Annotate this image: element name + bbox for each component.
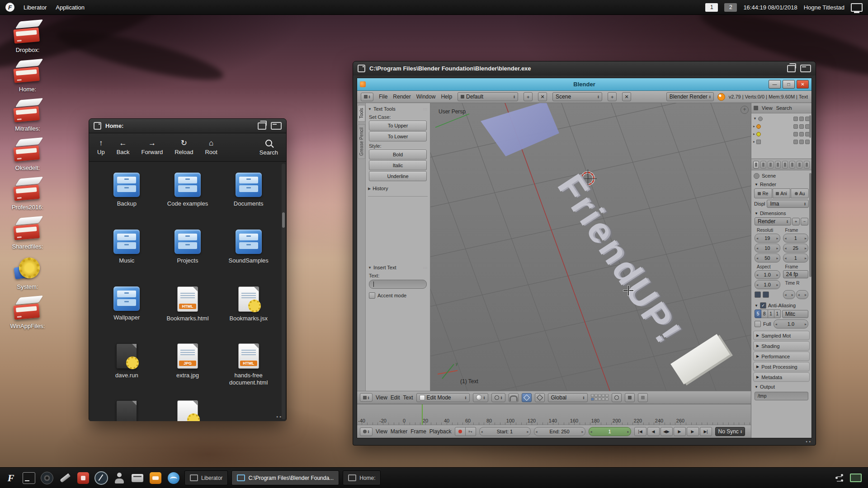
menu-marker[interactable]: Marker xyxy=(391,428,407,435)
task-blender[interactable]: C:\Program Files\Blender Founda... xyxy=(231,470,339,485)
jump-to-end-button[interactable]: ▶| xyxy=(700,427,712,436)
resolution-y-field[interactable]: 10 xyxy=(755,244,780,253)
resize-grip[interactable]: •• xyxy=(276,414,283,419)
resize-grip[interactable]: •• xyxy=(806,439,812,444)
proportional-edit-button[interactable] xyxy=(612,393,622,402)
menu-liberator[interactable]: Liberator xyxy=(24,4,47,11)
root-button[interactable]: ⌂Root xyxy=(205,139,217,155)
resolution-x-field[interactable]: 19 xyxy=(755,234,780,243)
outliner-tree[interactable]: ▼ ▸ ▸ ▸ xyxy=(751,113,811,159)
eye-icon[interactable] xyxy=(793,124,798,129)
screens-icon[interactable] xyxy=(850,474,862,482)
back-button[interactable]: ←Back xyxy=(117,139,130,155)
media-launcher[interactable] xyxy=(40,471,54,485)
file-item[interactable]: Code examples xyxy=(157,173,218,230)
tab-tools[interactable]: Tools xyxy=(358,105,365,122)
frame-end-field[interactable]: 25 xyxy=(783,244,809,253)
filemanager-body[interactable]: Backup Code examples Documents Music Pro… xyxy=(89,162,286,421)
desktop-icon-home[interactable]: Home: xyxy=(4,60,52,93)
file-item[interactable]: HTML Bookmarks.html xyxy=(157,286,218,343)
terminal-launcher[interactable] xyxy=(22,471,36,485)
forward-button[interactable]: →Forward xyxy=(142,139,163,155)
orientation-select[interactable]: Global▴ ▾ xyxy=(548,393,588,402)
render-panel-header[interactable]: ▼ Render xyxy=(753,180,810,188)
dimensions-panel-header[interactable]: ▼ Dimensions xyxy=(753,209,810,217)
menu-view[interactable]: View xyxy=(376,394,387,401)
scrollbar[interactable] xyxy=(282,164,285,419)
sync-select[interactable]: No Sync▴ ▾ xyxy=(715,427,745,436)
fps-select[interactable]: 24 fp xyxy=(783,270,809,278)
window-zoom-button[interactable] xyxy=(800,65,811,72)
underline-button[interactable]: Underline xyxy=(369,171,427,181)
border-checkbox[interactable] xyxy=(755,291,761,298)
add-scene-button[interactable]: ＋ xyxy=(608,92,617,101)
file-item[interactable]: Projects xyxy=(157,230,218,286)
render-engine-select[interactable]: Blender Render▴ ▾ xyxy=(666,92,714,101)
pivot-select[interactable]: ▴ ▾ xyxy=(491,393,505,402)
file-item[interactable]: Documents xyxy=(218,173,279,230)
maximize-button[interactable]: □ xyxy=(783,80,795,89)
scene-select[interactable]: Scene▴ ▾ xyxy=(552,92,602,101)
desktop-icon-winappfiles[interactable]: WinAppFiles: xyxy=(4,297,52,329)
menu-edit[interactable]: Edit xyxy=(391,394,400,401)
history-panel-header[interactable]: ▶ History xyxy=(368,184,428,192)
aspect-y-field[interactable]: 1.0 xyxy=(755,280,780,289)
current-frame-line[interactable] xyxy=(422,404,423,425)
blue-app-launcher[interactable] xyxy=(166,471,181,485)
region-expand-icon[interactable]: + xyxy=(741,106,749,114)
select-icon[interactable] xyxy=(799,124,804,129)
add-layout-button[interactable]: ＋ xyxy=(524,92,533,101)
scrollbar-thumb[interactable] xyxy=(809,115,811,138)
frame-start-field[interactable]: 1 xyxy=(783,234,809,243)
insert-text-input[interactable] xyxy=(369,280,427,289)
menu-playback[interactable]: Playback xyxy=(429,428,452,435)
snap-element-button[interactable] xyxy=(522,393,532,402)
mode-select[interactable]: Edit Mode▴ ▾ xyxy=(416,393,470,402)
render-ogl-anim-button[interactable] xyxy=(638,393,648,402)
next-keyframe-button[interactable]: ▶ xyxy=(687,427,699,436)
animation-button[interactable]: Ani xyxy=(773,188,791,198)
shading-panel[interactable]: ▶Shading xyxy=(753,341,810,351)
output-path-field[interactable]: /tmp xyxy=(755,392,808,400)
display-icon[interactable] xyxy=(851,3,863,12)
post-processing-panel[interactable]: ▶Post Processing xyxy=(753,362,810,371)
scrollbar-thumb[interactable] xyxy=(809,173,811,277)
aa-size-field[interactable]: 1.0 xyxy=(774,319,808,328)
red-app-launcher[interactable] xyxy=(76,471,90,485)
auto-keyframe-button[interactable] xyxy=(455,427,466,436)
antialiasing-panel-header[interactable]: ▼ ✓ Anti-Aliasing xyxy=(753,301,810,310)
prev-keyframe-button[interactable]: ◀ xyxy=(647,427,660,436)
timeline-ruler[interactable]: -40 -20 0 20 40 60 80 100 120 140 xyxy=(357,404,751,425)
delete-sc​ene-button[interactable]: ✕ xyxy=(622,92,631,101)
text-tools-panel-header[interactable]: ▼ Text Tools ::: xyxy=(368,105,428,113)
printer-launcher[interactable] xyxy=(130,471,145,485)
blender-titlebar[interactable]: Blender — □ ✕ xyxy=(357,78,811,91)
select-icon[interactable] xyxy=(799,117,804,121)
output-panel-header[interactable]: ▼ Output xyxy=(753,383,810,391)
screen-layout-select[interactable]: Default▴ ▾ xyxy=(458,92,518,101)
shading-select[interactable]: ▴ ▾ xyxy=(473,393,488,402)
window-depth-button[interactable] xyxy=(787,65,796,72)
tab-material[interactable] xyxy=(804,161,810,169)
tab-object[interactable] xyxy=(782,161,788,169)
menu-text[interactable]: Text xyxy=(403,394,413,401)
viewport-3d[interactable]: User Persp + FriendUP! y xyxy=(430,103,751,391)
delete-layout-button[interactable]: ✕ xyxy=(538,92,547,101)
desktop-icon-mitrafiles[interactable]: Mitrafiles: xyxy=(4,99,52,132)
snap-target-button[interactable] xyxy=(535,393,545,402)
jump-to-start-button[interactable]: |◀ xyxy=(634,427,646,436)
minimize-button[interactable]: — xyxy=(769,80,781,89)
outliner-row[interactable]: ▸ xyxy=(753,138,810,145)
tab-grease-pencil[interactable]: Grease Pencil xyxy=(358,124,365,159)
aa-samples-5[interactable]: 5 xyxy=(755,310,761,318)
frame-end-field[interactable]: End: 250 xyxy=(534,427,585,436)
menu-search[interactable]: Search xyxy=(776,105,792,111)
desktop-icon-sharedfiles[interactable]: Sharedfiles: xyxy=(4,217,52,250)
workspace-1[interactable]: 1 xyxy=(705,3,718,12)
workspace-2[interactable]: 2 xyxy=(724,3,737,12)
desktop-icon-oksedelt[interactable]: Oksedelt: xyxy=(4,139,52,171)
to-lower-button[interactable]: To Lower xyxy=(369,131,427,141)
desktop-icon-system[interactable]: System: xyxy=(4,257,52,290)
file-item[interactable]: Backup xyxy=(96,173,157,230)
task-liberator[interactable]: Liberator xyxy=(184,470,228,485)
